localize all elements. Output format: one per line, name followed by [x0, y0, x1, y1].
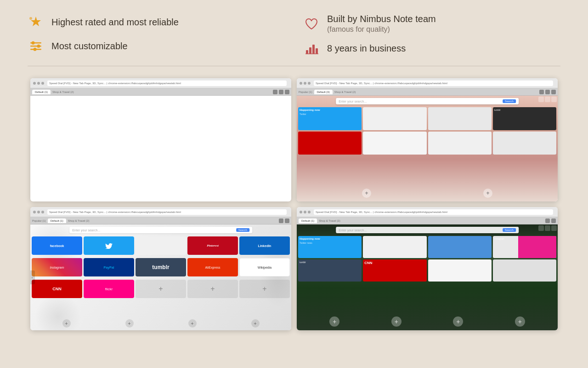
screenshot-2: Speed Dial [FVD] - New Tab Page, 3D, Syn… [297, 78, 558, 201]
ss3-tile-instagram[interactable]: Instagram [32, 258, 82, 276]
feature-built-by: Built by Nimbus Note team (famous for qu… [303, 14, 560, 34]
features-left: Highest rated and most reliable Most cus… [28, 14, 285, 57]
ss4-add-4[interactable]: + [515, 316, 525, 327]
top-section: Highest rated and most reliable Most cus… [0, 0, 588, 66]
features-right: Built by Nimbus Note team (famous for qu… [285, 14, 560, 57]
chart-icon [303, 40, 320, 57]
ss3-tile-twitter[interactable] [84, 236, 134, 255]
screenshot-3: Speed Dial [FVD] - New Tab Page, 3D, Syn… [30, 207, 291, 330]
built-by-content: Built by Nimbus Note team (famous for qu… [327, 14, 436, 34]
ss4-add-2[interactable]: + [391, 316, 401, 327]
built-by-text: Built by Nimbus Note team [327, 14, 436, 24]
browser-chrome-2: Speed Dial [FVD] - New Tab Page, 3D, Syn… [297, 78, 558, 88]
screenshot-4: Speed Dial [FVD] - New Tab Page, 3D, Syn… [297, 207, 558, 330]
ss3-tile-aliexpress2[interactable]: AliExpress [187, 258, 238, 276]
svg-point-4 [37, 45, 40, 48]
built-by-subtext: (famous for quality) [327, 25, 436, 34]
svg-rect-10 [316, 48, 318, 54]
svg-rect-7 [306, 50, 308, 54]
ss3-tile-wikipedia2[interactable]: Wikipedia [239, 258, 290, 276]
ss3-tile-facebook[interactable]: facebook [32, 236, 82, 255]
ss3-tile-paypal[interactable]: PayPal [84, 258, 134, 276]
ss3-tile-cnn2[interactable]: CNN [32, 280, 82, 298]
browser-chrome-1: Speed Dial [FVD] - New Tab Page, 3D, Syn… [30, 78, 291, 88]
ss4-add-1[interactable]: + [329, 316, 339, 327]
ss3-tile-pinterest[interactable]: Pinterest [187, 236, 238, 255]
ss3-tile-tumblr2[interactable]: tumblr [136, 258, 186, 276]
svg-point-2 [32, 41, 35, 45]
highest-rated-text: Highest rated and most reliable [51, 17, 179, 28]
screenshots-grid: Speed Dial [FVD] - New Tab Page, 3D, Syn… [0, 75, 588, 333]
years-text: 8 years in business [327, 43, 406, 54]
svg-rect-8 [309, 47, 311, 54]
svg-point-0 [29, 17, 32, 20]
browser-chrome-4: Speed Dial [FVD] - New Tab Page, 3D, Syn… [297, 207, 558, 217]
feature-most-customizable: Most customizable [28, 38, 285, 54]
svg-rect-9 [312, 45, 315, 54]
star-icon [28, 14, 44, 30]
screenshot-1: Speed Dial [FVD] - New Tab Page, 3D, Syn… [30, 78, 291, 201]
feature-years: 8 years in business [303, 40, 560, 57]
browser-chrome-3: Speed Dial [FVD] - New Tab Page, 3D, Syn… [30, 207, 291, 217]
ss3-tile-linkedin[interactable]: LinkedIn [239, 236, 290, 255]
divider [28, 66, 560, 66]
feature-highest-rated: Highest rated and most reliable [28, 14, 285, 30]
sliders-icon [28, 38, 44, 54]
heart-icon [303, 16, 320, 32]
ss4-add-3[interactable]: + [453, 316, 463, 327]
svg-point-6 [34, 48, 37, 51]
ss3-tile-flickr2[interactable]: flickr [84, 280, 134, 298]
most-customizable-text: Most customizable [51, 41, 128, 52]
